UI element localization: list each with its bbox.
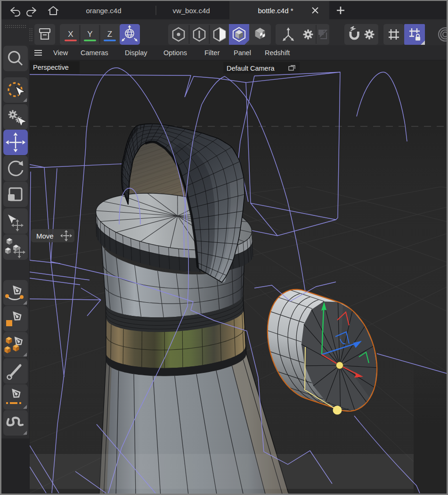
svg-text:View: View [53, 49, 68, 57]
svg-text:vw_box.c4d: vw_box.c4d [172, 7, 210, 15]
svg-text:Redshift: Redshift [265, 49, 290, 57]
svg-text:Move: Move [36, 232, 54, 240]
svg-text:Cameras: Cameras [81, 49, 108, 57]
svg-text:Default Camera: Default Camera [227, 65, 275, 72]
svg-text:Panel: Panel [234, 49, 251, 57]
svg-text:Y: Y [87, 30, 92, 39]
svg-text:Z: Z [107, 30, 112, 39]
svg-text:orange.c4d: orange.c4d [86, 7, 121, 15]
svg-text:Filter: Filter [204, 49, 220, 57]
svg-text:Perspective: Perspective [33, 64, 69, 71]
svg-text:bottle.c4d *: bottle.c4d * [258, 7, 293, 15]
svg-text:Options: Options [163, 49, 187, 57]
svg-text:Display: Display [125, 49, 147, 57]
svg-text:X: X [68, 30, 73, 39]
